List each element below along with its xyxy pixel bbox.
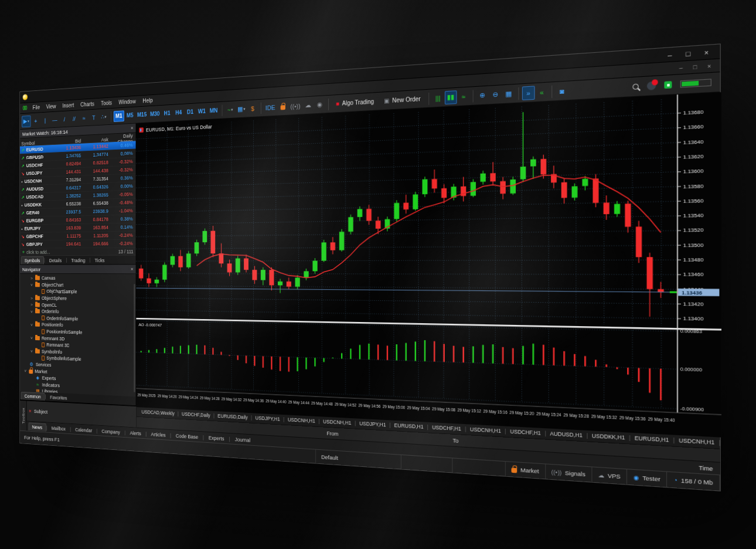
chart-tab-0[interactable]: USDCAD,Weekly: [139, 409, 178, 416]
toolbox-tab-calendar[interactable]: Calendar: [71, 425, 96, 435]
chart-tab-9[interactable]: USDCNH,H1: [466, 426, 505, 434]
status-button-tester[interactable]: ◉Tester: [627, 469, 667, 487]
trendline-tool[interactable]: /: [60, 113, 69, 126]
bar-chart-icon[interactable]: |||: [432, 91, 444, 105]
menu-file[interactable]: File: [29, 103, 43, 112]
close-button[interactable]: ×: [697, 45, 716, 60]
chart-tab-10[interactable]: USDCHF,H1: [506, 428, 544, 436]
status-button-market[interactable]: Market: [506, 462, 545, 479]
screenshot-icon[interactable]: ◙: [555, 83, 568, 98]
toolbox-close-icon[interactable]: ×: [29, 408, 31, 414]
vps-cloud-icon[interactable]: ☁: [302, 99, 314, 112]
chevron-down-icon[interactable]: v: [30, 348, 33, 353]
menu-view[interactable]: View: [43, 102, 59, 111]
fibonacci-tool[interactable]: ≈: [79, 112, 88, 124]
signals-icon[interactable]: ((•)): [289, 99, 302, 113]
timeframe-m15[interactable]: M15: [136, 109, 148, 121]
dropdown-arrow-icon[interactable]: ▾: [243, 107, 245, 111]
chart-tab-5[interactable]: USDCNH,H1: [320, 418, 355, 426]
restore-button[interactable]: □: [679, 46, 697, 61]
chevron-down-icon[interactable]: v: [23, 368, 27, 373]
toolbox-vertical-tab[interactable]: Toolbox: [20, 401, 26, 431]
chevron-down-icon[interactable]: v: [30, 336, 33, 340]
auto-scroll-icon[interactable]: «: [535, 84, 548, 99]
toolbox-tab-news[interactable]: News: [29, 422, 46, 431]
chart-tab-11[interactable]: AUDUSD,H1: [546, 430, 587, 438]
chevron-down-icon[interactable]: v: [30, 322, 33, 327]
menu-insert[interactable]: Insert: [59, 101, 77, 110]
candlestick-chart-icon[interactable]: ▮▮: [445, 90, 457, 104]
shift-end-icon[interactable]: »: [522, 86, 535, 100]
chart-tab-13[interactable]: EURUSD,H1: [631, 435, 673, 443]
chart-tab-1[interactable]: USDCHF,Daily: [179, 411, 213, 419]
toolbox-tab-mailbox[interactable]: Mailbox: [48, 423, 70, 433]
timeframe-m1[interactable]: M1: [114, 110, 124, 122]
chevron-right-icon[interactable]: >: [30, 296, 33, 300]
chart-tab-12[interactable]: USDDKK,H1: [588, 432, 629, 441]
chart-tab-4[interactable]: USDCNH,H1: [284, 416, 318, 424]
horizontal-line-tool[interactable]: —: [50, 113, 60, 126]
market-watch-close-icon[interactable]: ×: [131, 126, 133, 131]
text-tool[interactable]: T: [89, 111, 98, 124]
timeframe-h1[interactable]: H1: [162, 107, 173, 119]
status-button-vps[interactable]: ☁VPS: [592, 467, 627, 484]
market-watch-add-row[interactable]: + click to add... 13 / 111: [20, 248, 135, 256]
chart-area[interactable]: 29 May 202529 May 14:2029 May 14:2429 Ma…: [136, 92, 720, 436]
toolbox-tab-company[interactable]: Company: [98, 426, 124, 436]
subject-column-header[interactable]: Subject: [34, 409, 47, 415]
child-restore-button[interactable]: □: [689, 63, 701, 71]
minimize-button[interactable]: –: [660, 48, 679, 62]
timeframe-w1[interactable]: W1: [196, 106, 207, 117]
timeframe-h4[interactable]: H4: [173, 107, 184, 118]
chart-tab-7[interactable]: EURUSD,H1: [391, 422, 427, 431]
new-order-button[interactable]: ▣New Order: [379, 92, 425, 108]
chart-tab-6[interactable]: USDJPY,H1: [356, 420, 389, 428]
add-symbol-label[interactable]: click to add...: [26, 249, 50, 255]
timeframe-d1[interactable]: D1: [185, 106, 196, 118]
chevron-down-icon[interactable]: v: [30, 309, 33, 314]
tab-common[interactable]: Common: [21, 392, 45, 401]
tile-windows-icon[interactable]: ▦: [502, 87, 515, 101]
navigator-close-icon[interactable]: ×: [131, 266, 133, 272]
toolbox-tab-alerts[interactable]: Alerts: [126, 428, 145, 438]
zoom-in-icon[interactable]: ⊕: [476, 88, 489, 102]
timeframe-m5[interactable]: M5: [125, 110, 135, 121]
depth-of-market-icon[interactable]: $: [247, 102, 258, 115]
toolbox-tab-articles[interactable]: Articles: [147, 429, 169, 439]
community-icon[interactable]: [664, 81, 672, 89]
status-button-signals[interactable]: ((•))Signals: [546, 464, 592, 482]
price-chart[interactable]: 29 May 202529 May 14:2029 May 14:2429 Ma…: [136, 92, 721, 438]
dropdown-arrow-icon[interactable]: ▾: [231, 107, 233, 112]
chart-tab-8[interactable]: USDCHF,H1: [428, 424, 465, 432]
child-minimize-button[interactable]: –: [675, 64, 687, 72]
toolbox-tab-journal[interactable]: Journal: [231, 435, 255, 445]
vertical-line-tool[interactable]: |: [40, 114, 49, 126]
chart-objects-icon[interactable]: ▦▾: [236, 103, 247, 116]
tab-trading[interactable]: Trading: [67, 256, 89, 265]
search-icon[interactable]: [632, 84, 638, 90]
community-search-icon[interactable]: ◉: [314, 98, 325, 111]
chevron-right-icon[interactable]: >: [30, 302, 33, 307]
dropdown-arrow-icon[interactable]: ▾: [28, 119, 29, 123]
chart-tab-3[interactable]: USDJPY,H1: [252, 415, 283, 422]
indicators-icon[interactable]: ~▾: [225, 103, 236, 116]
notifications-icon[interactable]: [647, 82, 656, 90]
timeframe-m30[interactable]: M30: [149, 108, 161, 120]
timeframe-mn[interactable]: MN: [208, 104, 219, 116]
menu-window[interactable]: Window: [115, 97, 139, 106]
crosshair-tool[interactable]: +: [31, 114, 40, 127]
chart-tab-14[interactable]: USDCNH,H1: [675, 437, 718, 446]
pointer-tool[interactable]: ▶▾: [22, 115, 30, 127]
chart-tab-2[interactable]: EURUSD,Daily: [214, 413, 251, 421]
navigator-header[interactable]: Navigator ×: [20, 265, 135, 274]
zoom-out-icon[interactable]: ⊖: [489, 87, 502, 101]
channel-tool[interactable]: //: [69, 113, 79, 125]
tab-symbols[interactable]: Symbols: [21, 256, 44, 265]
dropdown-arrow-icon[interactable]: ▾: [105, 114, 107, 119]
tab-details[interactable]: Details: [46, 256, 66, 265]
menu-charts[interactable]: Charts: [77, 100, 98, 109]
chevron-right-icon[interactable]: >: [30, 276, 33, 280]
tab-favorites[interactable]: Favorites: [46, 393, 70, 402]
chevron-down-icon[interactable]: v: [30, 282, 33, 287]
child-close-button[interactable]: ×: [703, 62, 716, 70]
